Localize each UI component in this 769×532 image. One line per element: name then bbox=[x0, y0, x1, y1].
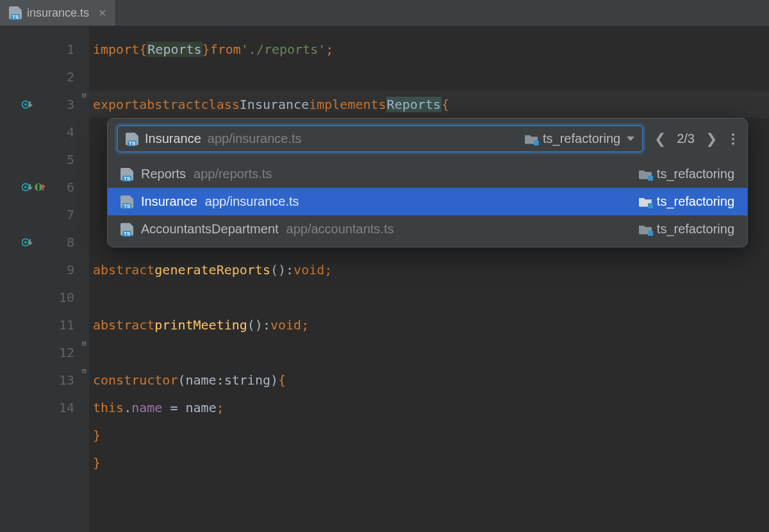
fold-end-icon[interactable]: ⊟ bbox=[81, 367, 88, 374]
line-number: 12 bbox=[55, 345, 74, 360]
scope-folder: ts_refactoring bbox=[525, 131, 620, 146]
popup-header: Insurance app/insurance.ts ts_refactorin… bbox=[108, 119, 747, 160]
line-number: 3 bbox=[55, 97, 74, 112]
gutter: 1 2 3 4 5 6 7 8 9 10 11 12 13 14 bbox=[0, 26, 79, 532]
typescript-file-icon bbox=[120, 195, 133, 208]
chevron-down-icon[interactable] bbox=[627, 137, 634, 141]
code-area[interactable]: import {Reports} from './reports'; expor… bbox=[89, 26, 769, 532]
typescript-file-icon bbox=[120, 168, 133, 181]
svg-point-3 bbox=[24, 186, 27, 188]
next-occurrence-button[interactable]: ❯ bbox=[704, 131, 719, 147]
fold-strip: ⊟ ⊟ ⊟ bbox=[79, 26, 89, 532]
implements-up-icon[interactable] bbox=[35, 181, 46, 193]
fold-start-icon[interactable]: ⊟ bbox=[81, 92, 88, 99]
code-line[interactable]: } bbox=[89, 421, 769, 449]
override-down-icon[interactable] bbox=[22, 237, 33, 248]
line-number: 4 bbox=[55, 124, 74, 140]
code-line[interactable]: constructor(name: string) { bbox=[89, 366, 769, 394]
editor: 1 2 3 4 5 6 7 8 9 10 11 12 13 14 bbox=[0, 26, 769, 532]
typescript-file-icon bbox=[120, 223, 133, 236]
code-line[interactable]: abstract generateReports(): void; bbox=[89, 256, 769, 283]
folder-icon bbox=[525, 134, 538, 144]
usage-path: app/reports.ts bbox=[194, 167, 272, 181]
file-tab[interactable]: insurance.ts ✕ bbox=[0, 0, 116, 26]
line-number: 1 bbox=[55, 42, 74, 57]
override-down-icon[interactable] bbox=[22, 99, 33, 110]
svg-point-1 bbox=[24, 103, 27, 106]
override-down-icon[interactable] bbox=[22, 181, 33, 193]
tab-filename: insurance.ts bbox=[27, 6, 89, 20]
line-number: 9 bbox=[55, 262, 74, 278]
usage-row[interactable]: AccountantsDepartment app/accountants.ts… bbox=[108, 215, 747, 243]
line-number: 11 bbox=[55, 317, 74, 333]
code-line[interactable]: } bbox=[89, 449, 769, 476]
usage-folder: ts_refactoring bbox=[639, 194, 734, 209]
folder-icon bbox=[639, 169, 652, 179]
line-number: 2 bbox=[55, 69, 74, 85]
code-line[interactable] bbox=[89, 338, 769, 366]
line-number: 6 bbox=[55, 179, 74, 195]
typescript-file-icon bbox=[126, 133, 138, 145]
scope-class-name: Insurance bbox=[145, 131, 201, 146]
folder-icon bbox=[639, 224, 652, 235]
line-number: 10 bbox=[55, 290, 74, 305]
typescript-file-icon bbox=[9, 6, 22, 19]
prev-occurrence-button[interactable]: ❮ bbox=[652, 131, 668, 147]
line-number: 8 bbox=[55, 235, 74, 250]
line-number: 13 bbox=[55, 372, 74, 388]
usages-popup: Insurance app/insurance.ts ts_refactorin… bbox=[107, 118, 748, 247]
code-line[interactable]: abstract printMeeting(): void; bbox=[89, 311, 769, 338]
tab-bar: insurance.ts ✕ bbox=[0, 0, 769, 26]
svg-point-7 bbox=[24, 241, 27, 244]
fold-end-icon[interactable]: ⊟ bbox=[81, 340, 88, 347]
code-line[interactable]: export abstract class Insurance implemen… bbox=[89, 90, 769, 118]
usage-row[interactable]: Insurance app/insurance.ts ts_refactorin… bbox=[108, 188, 747, 215]
line-number: 5 bbox=[55, 152, 74, 167]
more-options-icon[interactable] bbox=[728, 133, 738, 145]
usage-path: app/accountants.ts bbox=[286, 222, 394, 237]
code-line[interactable] bbox=[89, 283, 769, 311]
svg-rect-5 bbox=[38, 184, 40, 190]
usage-folder: ts_refactoring bbox=[639, 167, 734, 181]
scope-selector[interactable]: Insurance app/insurance.ts ts_refactorin… bbox=[117, 125, 643, 153]
usage-path: app/insurance.ts bbox=[205, 194, 299, 209]
usage-row[interactable]: Reports app/reports.ts ts_refactoring bbox=[108, 160, 747, 188]
usage-name: AccountantsDepartment bbox=[141, 222, 279, 237]
usage-name: Reports bbox=[141, 167, 186, 181]
folder-icon bbox=[639, 197, 652, 207]
line-number: 14 bbox=[55, 400, 74, 415]
code-line[interactable] bbox=[89, 63, 769, 90]
code-line[interactable]: import {Reports} from './reports'; bbox=[89, 35, 769, 63]
line-number: 7 bbox=[55, 207, 74, 222]
scope-file-path: app/insurance.ts bbox=[208, 131, 302, 146]
usage-name: Insurance bbox=[141, 194, 197, 209]
occurrence-counter: 2/3 bbox=[677, 131, 695, 146]
code-line[interactable]: this.name = name; bbox=[89, 394, 769, 421]
usage-folder: ts_refactoring bbox=[639, 222, 734, 237]
close-tab-icon[interactable]: ✕ bbox=[98, 7, 106, 19]
